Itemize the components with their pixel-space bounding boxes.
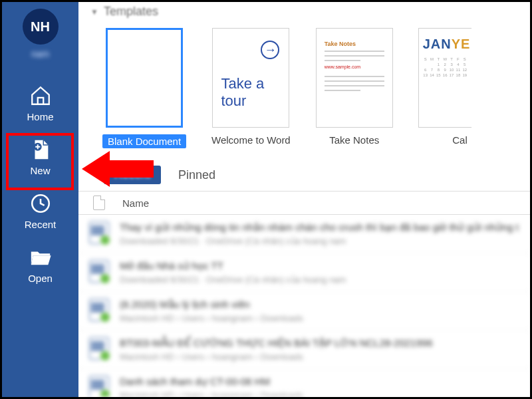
file-title: Mở đầu Nhà sử học TT	[120, 260, 346, 272]
template-thumb: JANYE SMTWTFS 12345 6789101112 131415161…	[418, 28, 471, 128]
file-subtitle: Macintosh HD › Users › hoangnam › Downlo…	[120, 352, 432, 362]
template-calendar[interactable]: JANYE SMTWTFS 12345 6789101112 131415161…	[418, 28, 471, 148]
main-panel: ▼ Templates Blank Document → Take a tour…	[78, 2, 530, 397]
document-icon	[93, 196, 105, 210]
sidebar-item-new[interactable]: New	[2, 129, 78, 183]
home-icon	[29, 84, 52, 107]
templates-row: Blank Document → Take a tour Welcome to …	[78, 19, 530, 148]
file-row[interactable]: Danh sách tham dự CT-00-08 HM Macintosh …	[78, 369, 530, 397]
sidebar-item-label: Open	[28, 273, 53, 284]
sidebar-item-recent[interactable]: Recent	[2, 183, 78, 237]
word-document-icon	[89, 337, 109, 360]
file-title: BT003-MẪU ĐỂ CƯỜNG THỰC HIỆN BÀI TẬP LỚN…	[120, 337, 432, 349]
word-document-icon	[89, 299, 109, 321]
file-row[interactable]: Mở đầu Nhà sử học TT Downloaded 6/30/21 …	[78, 253, 530, 292]
file-subtitle: Downloaded 6/30/21 · OneDrive (Cá nhân) …	[120, 275, 346, 285]
file-list: Thay vì gửi những dòng tin nhắn nhàm chá…	[78, 215, 530, 397]
template-label: Cal	[452, 134, 467, 146]
templates-title: Templates	[104, 5, 158, 19]
sidebar-item-label: Recent	[25, 219, 57, 230]
file-subtitle: Macintosh HD › Users › hoangnam › Downlo…	[120, 390, 303, 397]
new-document-icon	[29, 138, 52, 161]
template-thumb	[106, 28, 183, 128]
file-row[interactable]: BT003-MẪU ĐỂ CƯỜNG THỰC HIỆN BÀI TẬP LỚN…	[78, 331, 530, 369]
word-document-icon	[89, 221, 109, 244]
tabs-row: Recent Pinned	[78, 148, 530, 191]
tab-pinned[interactable]: Pinned	[178, 168, 215, 182]
file-title: (8.2020) Mẫu lý lịch sinh viên	[120, 299, 303, 311]
sidebar: NH nam Home New Recent Open	[2, 2, 78, 397]
collapse-triangle-icon: ▼	[90, 7, 98, 17]
folder-open-icon	[29, 246, 52, 269]
file-title: Danh sách tham dự CT-00-08 HM	[120, 376, 303, 388]
file-row[interactable]: Thay vì gửi những dòng tin nhắn nhàm chá…	[78, 215, 530, 253]
sidebar-item-home[interactable]: Home	[2, 75, 78, 129]
template-thumb: Take Notes www.sample.com	[316, 28, 393, 128]
templates-header[interactable]: ▼ Templates	[78, 2, 530, 19]
sidebar-item-label: New	[30, 165, 50, 176]
template-take-notes[interactable]: Take Notes www.sample.com Take Notes	[316, 28, 393, 148]
tour-line: tour	[221, 92, 282, 110]
template-label: Blank Document	[102, 134, 186, 148]
take-notes-title: Take Notes	[325, 41, 384, 47]
calendar-month-title: JANYE	[423, 37, 467, 52]
file-subtitle: Downloaded 6/30/21 · OneDrive (Cá nhân) …	[120, 236, 519, 246]
template-label: Welcome to Word	[211, 134, 291, 146]
take-notes-sub: www.sample.com	[325, 65, 384, 69]
avatar-name: nam	[31, 49, 49, 59]
template-label: Take Notes	[329, 134, 379, 146]
column-name[interactable]: Name	[122, 198, 149, 209]
file-subtitle: Macintosh HD › Users › hoangnam › Downlo…	[120, 313, 303, 323]
template-thumb: → Take a tour	[212, 28, 289, 128]
table-header: Name	[78, 191, 530, 215]
sidebar-item-open[interactable]: Open	[2, 237, 78, 291]
word-document-icon	[89, 376, 109, 397]
calendar-grid: SMTWTFS 12345 6789101112 13141516171819	[423, 57, 467, 77]
recent-icon	[29, 192, 52, 215]
sidebar-item-label: Home	[27, 111, 53, 122]
word-document-icon	[89, 260, 109, 283]
file-title: Thay vì gửi những dòng tin nhắn nhàm chá…	[120, 221, 519, 233]
template-blank-document[interactable]: Blank Document	[102, 28, 186, 148]
tab-recent[interactable]: Recent	[104, 166, 161, 184]
avatar[interactable]: NH	[23, 9, 59, 45]
template-welcome-to-word[interactable]: → Take a tour Welcome to Word	[211, 28, 291, 148]
tour-line: Take a	[221, 75, 282, 92]
file-row[interactable]: (8.2020) Mẫu lý lịch sinh viên Macintosh…	[78, 292, 530, 331]
